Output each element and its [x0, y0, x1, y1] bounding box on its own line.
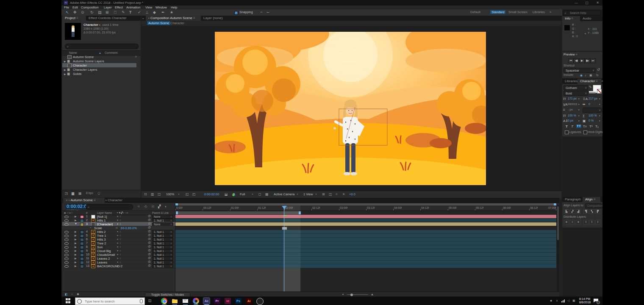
file-explorer-icon[interactable]: [172, 298, 178, 304]
menu-edit[interactable]: Edit: [72, 6, 78, 9]
premiere-icon[interactable]: Pr: [214, 298, 220, 304]
distribute-right-button[interactable]: ⫴: [595, 220, 600, 225]
trash-icon[interactable]: ⬯: [98, 192, 100, 195]
distribute-bottom-button[interactable]: ≣: [576, 220, 581, 225]
table-row[interactable]: ▶13aiBACKGROUND 2✦/@1. Null 1∨: [62, 264, 175, 268]
play-button[interactable]: ▶: [579, 58, 585, 63]
draft-3d-icon[interactable]: ◇: [144, 205, 147, 208]
tsume-value[interactable]: 0 %: [588, 119, 594, 122]
sort-arrow-icon[interactable]: ▲: [99, 52, 101, 54]
target-region-icon[interactable]: ◻: [258, 193, 261, 196]
column-name[interactable]: Name: [69, 51, 77, 55]
after-effects-icon[interactable]: Ae: [203, 298, 210, 304]
photoshop-icon[interactable]: Ps: [235, 298, 242, 304]
faux-bold-button[interactable]: T: [566, 125, 568, 128]
leading-value[interactable]: 217 px: [588, 97, 597, 100]
menu-composition[interactable]: Composition: [81, 6, 99, 9]
always-preview-icon[interactable]: ⊡: [144, 193, 147, 196]
pickwhip-icon[interactable]: @: [148, 256, 151, 259]
stroke-over-fill-swatch[interactable]: [589, 91, 596, 94]
timeline-search-input[interactable]: [92, 205, 132, 209]
align-top-button[interactable]: ▜: [583, 209, 588, 214]
zoom-level[interactable]: 100%: [166, 192, 174, 196]
prev-frame-button[interactable]: ◂▮: [574, 58, 579, 63]
dd-icon[interactable]: ▾: [578, 103, 580, 105]
close-button[interactable]: ✕: [596, 1, 599, 5]
menu-help[interactable]: Help: [171, 6, 177, 9]
eye-icon[interactable]: [64, 265, 69, 268]
stroke-color-swatch[interactable]: [597, 89, 602, 94]
flowchart-icon[interactable]: ⌗: [336, 193, 338, 196]
pickwhip-icon[interactable]: @: [148, 252, 151, 255]
menu-effect[interactable]: Effect: [115, 6, 123, 9]
clock-date[interactable]: 8/6/2018: [579, 301, 591, 304]
pan-behind-tool-icon[interactable]: ⊞: [105, 11, 109, 14]
comp-marker-icon[interactable]: ✱: [77, 293, 79, 296]
tracking-value[interactable]: 0: [588, 103, 590, 106]
timeline-scrollbar[interactable]: [557, 205, 559, 291]
font-size-value[interactable]: 171 px: [568, 97, 577, 100]
snap-features-icon[interactable]: ⌙: [266, 11, 269, 14]
first-frame-button[interactable]: ⏮: [568, 58, 574, 63]
dd-icon[interactable]: ▾: [578, 115, 580, 117]
render-time-icon[interactable]: ◔: [71, 293, 72, 296]
interpret-footage-icon[interactable]: ◳: [65, 192, 68, 195]
camera-view[interactable]: Active Camera: [274, 192, 294, 196]
distribute-left-button[interactable]: ⫴: [583, 220, 588, 225]
new-composition-icon[interactable]: ▦: [78, 192, 82, 195]
pickwhip-icon[interactable]: @: [148, 245, 151, 248]
exposure-icon[interactable]: ✳: [342, 193, 345, 196]
taskbar-search-input[interactable]: [84, 298, 136, 304]
layer-bar-character[interactable]: [175, 222, 556, 226]
align-left-button[interactable]: ▙: [564, 209, 569, 214]
hindi-digits-checkbox[interactable]: [583, 130, 587, 134]
maximize-button[interactable]: ▢: [585, 1, 588, 5]
menu-view[interactable]: View: [145, 6, 152, 9]
motion-blur-icon[interactable]: ◐: [165, 205, 167, 208]
stroke-width-value[interactable]: - px: [568, 108, 573, 111]
work-area-start-handle[interactable]: [176, 211, 178, 214]
menu-file[interactable]: File: [64, 6, 69, 9]
project-search[interactable]: ⌕: [65, 44, 139, 49]
dd-icon[interactable]: ▾: [599, 115, 600, 117]
rulers-icon[interactable]: ◫: [329, 193, 332, 196]
eraser-tool-icon[interactable]: ◆: [153, 11, 156, 14]
stroke-style-dropdown[interactable]: ∨: [583, 108, 602, 113]
dimension-link-icon[interactable]: ∞: [116, 226, 118, 229]
bit-depth[interactable]: 8 bpc: [86, 191, 93, 195]
region-of-interest-icon[interactable]: ◰: [192, 193, 196, 196]
pickwhip-icon[interactable]: @: [148, 233, 151, 236]
distribute-center-h-button[interactable]: ⫼: [589, 220, 594, 225]
puppet-pin-tool-icon[interactable]: ★: [170, 11, 173, 14]
type-tool-icon[interactable]: T: [129, 11, 132, 14]
title-bar[interactable]: Ae Adobe After Effects CC 2018 - Untitle…: [61, 0, 602, 6]
pickwhip-icon[interactable]: @: [148, 264, 151, 267]
selection-tool-icon[interactable]: ↖: [66, 11, 69, 14]
layer-bar-hills[interactable]: [175, 219, 556, 222]
rotation-tool-icon[interactable]: ↻: [90, 11, 94, 14]
pickwhip-icon[interactable]: @: [148, 260, 151, 263]
pickwhip-icon[interactable]: @: [148, 222, 151, 225]
main-viewer-icon[interactable]: ▥: [151, 193, 154, 196]
small-caps-button[interactable]: Tᴛ: [583, 125, 587, 128]
pickwhip-icon[interactable]: @: [148, 226, 151, 229]
superscript-button[interactable]: T¹: [589, 125, 593, 128]
search-help-box[interactable]: ⌕: [563, 10, 601, 16]
indesign-icon[interactable]: Id: [225, 298, 231, 304]
distribute-center-v-button[interactable]: ≡: [570, 220, 575, 225]
tray-chevron-icon[interactable]: ∧: [556, 299, 558, 302]
view-layout[interactable]: 1 View: [303, 192, 313, 196]
exposure-value[interactable]: +0.0: [349, 192, 355, 196]
snapping-checkbox[interactable]: ✓: [234, 11, 238, 15]
dd-icon[interactable]: ▾: [578, 109, 580, 111]
hand-tool-icon[interactable]: ✥: [73, 11, 77, 14]
task-view-icon[interactable]: ◫: [148, 299, 152, 302]
layer-bar-null[interactable]: [175, 215, 556, 218]
list-item[interactable]: ▶ ▆ Autumn Scene Layers: [62, 59, 141, 63]
views-dropdown-icon[interactable]: ∨: [315, 193, 317, 195]
eyedropper-icon[interactable]: ✎: [589, 86, 592, 89]
layer-bar-stack[interactable]: [175, 230, 556, 268]
project-search-input[interactable]: [71, 44, 136, 49]
pickwhip-icon[interactable]: @: [148, 218, 151, 221]
timeline-zoom-slider[interactable]: [347, 294, 368, 295]
